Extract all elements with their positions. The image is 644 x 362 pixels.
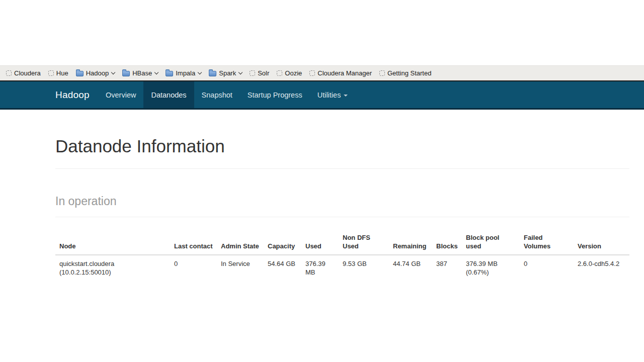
cell-blocks: 387 [432,255,462,281]
bookmark-hue[interactable]: Hue [48,66,68,80]
page-content: Datanode Information In operation NodeLa… [55,136,629,281]
cell-failed-volumes: 0 [520,255,574,281]
bookmark-impala[interactable]: Impala [166,66,201,80]
nav-item-startup-progress[interactable]: Startup Progress [240,81,310,108]
default-favicon-icon [379,70,385,76]
bookmark-oozie[interactable]: Oozie [277,66,302,80]
default-favicon-icon [250,70,255,76]
bookmark-hadoop[interactable]: Hadoop [76,66,115,80]
table-header-row: NodeLast contactAdmin StateCapacityUsedN… [55,229,629,255]
cell-capacity: 54.64 GB [264,255,301,281]
column-header-admin-state: Admin State [217,229,264,255]
chevron-down-icon [238,70,243,74]
chevron-down-icon [111,70,115,74]
column-header-last-contact: Last contact [170,229,217,255]
nav-item-label: Startup Progress [248,91,302,99]
nav-item-utilities[interactable]: Utilities [310,81,356,108]
cell-used: 376.39 MB [301,255,339,281]
nav-item-datanodes[interactable]: Datanodes [143,81,194,108]
column-header-blocks: Blocks [432,229,462,255]
page-title: Datanode Information [55,136,629,156]
caret-down-icon [344,95,348,97]
navbar-inner: Hadoop OverviewDatanodesSnapshotStartup … [0,81,644,108]
bookmarks-bar: ClouderaHueHadoopHBaseImpalaSparkSolrOoz… [0,65,644,81]
navbar-menu: OverviewDatanodesSnapshotStartup Progres… [98,81,355,108]
bookmark-label: Getting Started [387,69,431,77]
cell-version: 2.6.0-cdh5.4.2 [574,255,629,281]
bookmark-getting-started[interactable]: Getting Started [379,66,431,80]
nav-item-overview[interactable]: Overview [98,81,143,108]
chevron-down-icon [198,70,202,74]
folder-icon [166,71,173,76]
column-header-block-pool-used: Block pool used [462,229,520,255]
bookmark-label: Spark [219,69,236,77]
bookmark-label: Hadoop [86,69,109,77]
default-favicon-icon [6,70,12,76]
column-header-used: Used [301,229,339,255]
cell-non-dfs-used: 9.53 GB [339,255,389,281]
nav-item-label: Utilities [317,91,341,99]
column-header-remaining: Remaining [389,229,432,255]
bookmark-label: Solr [258,69,269,77]
default-favicon-icon [309,70,315,76]
cell-remaining: 44.74 GB [389,255,432,281]
section-header: In operation [55,194,629,217]
cell-node: quickstart.cloudera (10.0.2.15:50010) [55,255,170,281]
browser-window-whitespace [0,0,644,65]
column-header-node: Node [55,229,170,255]
nav-item-label: Datanodes [151,91,186,99]
bookmark-label: Cloudera Manager [317,69,372,77]
section-title: In operation [55,194,629,208]
folder-icon [209,71,216,76]
page-header: Datanode Information [55,136,629,169]
bookmark-label: HBase [132,69,152,77]
bookmark-label: Hue [56,69,68,77]
bookmark-cloudera-manager[interactable]: Cloudera Manager [309,66,372,80]
bookmark-label: Cloudera [14,69,41,77]
datanodes-table: NodeLast contactAdmin StateCapacityUsedN… [55,229,629,281]
bookmark-cloudera[interactable]: Cloudera [6,66,41,80]
column-header-capacity: Capacity [264,229,301,255]
cell-block-pool-used: 376.39 MB (0.67%) [462,255,520,281]
bookmarks-list: ClouderaHueHadoopHBaseImpalaSparkSolrOoz… [6,66,431,80]
default-favicon-icon [48,70,54,76]
chevron-down-icon [154,70,158,74]
column-header-failed-volumes: Failed Volumes [520,229,574,255]
table-body: quickstart.cloudera (10.0.2.15:50010)0In… [55,255,629,281]
hadoop-navbar: Hadoop OverviewDatanodesSnapshotStartup … [0,81,644,110]
cell-admin-state: In Service [217,255,264,281]
navbar-brand[interactable]: Hadoop [55,81,91,108]
default-favicon-icon [277,70,282,76]
bookmark-hbase[interactable]: HBase [122,66,158,80]
bookmark-solr[interactable]: Solr [250,66,269,80]
bookmark-spark[interactable]: Spark [209,66,242,80]
table-head: NodeLast contactAdmin StateCapacityUsedN… [55,229,629,255]
nav-item-label: Snapshot [202,91,232,99]
column-header-non-dfs-used: Non DFS Used [339,229,389,255]
bookmark-label: Impala [176,69,195,77]
column-header-version: Version [574,229,629,255]
folder-icon [122,71,130,76]
folder-icon [76,71,84,76]
nav-item-snapshot[interactable]: Snapshot [194,81,240,108]
bookmark-label: Oozie [285,69,302,77]
table-row: quickstart.cloudera (10.0.2.15:50010)0In… [55,255,629,281]
nav-item-label: Overview [106,91,136,99]
cell-last-contact: 0 [170,255,217,281]
